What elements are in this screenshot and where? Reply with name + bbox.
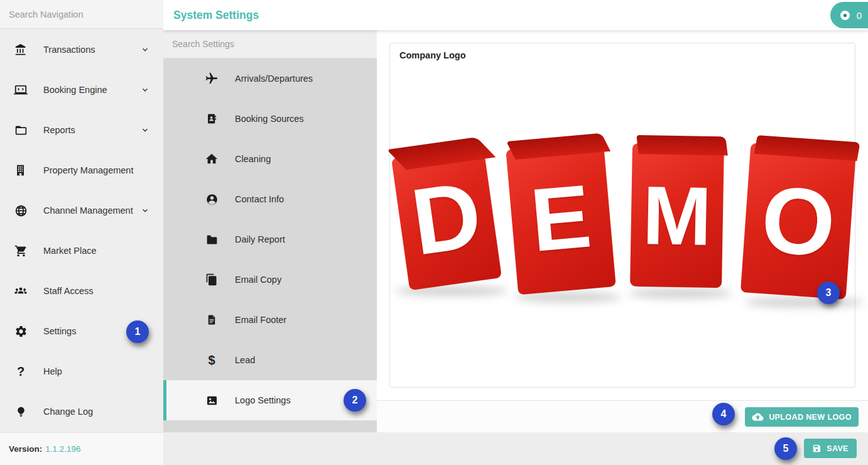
settings-item-label: Email Footer bbox=[235, 315, 286, 325]
notification-counter-chip[interactable]: 0 bbox=[830, 2, 868, 28]
sidebar-item-label: Market Place bbox=[43, 246, 151, 256]
main-content: Company Logo D E M O UPLOAD NEW LOGO bbox=[377, 30, 868, 432]
sidebar-item-label: Property Management bbox=[43, 165, 151, 175]
chevron-down-icon bbox=[141, 85, 151, 94]
demo-cube-e: E bbox=[506, 141, 616, 295]
airplane-icon bbox=[205, 72, 219, 85]
sidebar-item-label: Transactions bbox=[43, 45, 141, 55]
laptop-icon bbox=[14, 83, 28, 97]
copy-icon bbox=[205, 273, 219, 286]
settings-item-label: Arrivals/Departures bbox=[235, 74, 313, 84]
page-title: System Settings bbox=[173, 9, 259, 22]
save-button-label: SAVE bbox=[827, 444, 849, 453]
bank-icon bbox=[14, 43, 28, 57]
annotation-badge-1: 1 bbox=[126, 320, 149, 343]
settings-list: Arrivals/Departures Booking Sources Clea… bbox=[163, 58, 377, 420]
settings-item-label: Contact Info bbox=[235, 194, 284, 204]
sidebar-item-label: Channel Management bbox=[43, 205, 141, 216]
version-value: 1.1.2.196 bbox=[45, 444, 80, 454]
chevron-down-icon bbox=[141, 206, 151, 215]
save-button[interactable]: SAVE bbox=[804, 439, 857, 458]
sidebar-item-reports[interactable]: Reports bbox=[0, 110, 163, 150]
company-logo-card: Company Logo D E M O bbox=[389, 43, 855, 388]
annotation-badge-4: 4 bbox=[712, 403, 735, 425]
sidebar-item-booking-engine[interactable]: Booking Engine bbox=[0, 70, 163, 110]
app-window: Transactions Booking Engine Reports bbox=[0, 0, 868, 465]
upload-button-label: UPLOAD NEW LOGO bbox=[769, 413, 852, 422]
settings-item-label: Cleaning bbox=[235, 154, 271, 164]
sidebar: Transactions Booking Engine Reports bbox=[0, 0, 163, 465]
sidebar-item-label: Change Log bbox=[43, 407, 151, 417]
annotation-badge-2: 2 bbox=[344, 389, 366, 412]
cube-shadow bbox=[629, 288, 732, 298]
folder-icon bbox=[205, 233, 219, 246]
counter-value: 0 bbox=[857, 10, 862, 21]
question-icon: ? bbox=[14, 365, 28, 378]
sidebar-item-label: Staff Access bbox=[43, 286, 151, 296]
building-icon bbox=[14, 164, 28, 177]
save-icon bbox=[812, 444, 822, 453]
settings-item-booking-sources[interactable]: Booking Sources bbox=[163, 99, 377, 139]
sidebar-item-help[interactable]: ? Help bbox=[0, 351, 163, 391]
card-title: Company Logo bbox=[390, 43, 855, 67]
settings-item-email-copy[interactable]: Email Copy bbox=[163, 260, 377, 300]
sidebar-item-channel-management[interactable]: Channel Management bbox=[0, 190, 163, 231]
globe-icon bbox=[14, 204, 28, 217]
sidebar-item-transactions[interactable]: Transactions bbox=[0, 30, 163, 70]
search-navigation-input[interactable] bbox=[0, 0, 163, 29]
settings-item-contact-info[interactable]: Contact Info bbox=[163, 179, 377, 219]
chevron-down-icon bbox=[141, 126, 151, 134]
image-icon bbox=[205, 395, 219, 407]
settings-item-label: Booking Sources bbox=[235, 114, 304, 124]
top-header: System Settings 0 bbox=[163, 0, 868, 30]
settings-item-label: Email Copy bbox=[235, 275, 281, 285]
people-icon bbox=[14, 284, 28, 298]
search-settings-input[interactable] bbox=[163, 30, 377, 58]
sidebar-item-change-log[interactable]: Change Log bbox=[0, 391, 163, 432]
person-circle-icon bbox=[205, 193, 219, 206]
upload-row: UPLOAD NEW LOGO bbox=[377, 400, 868, 432]
sidebar-item-label: Reports bbox=[43, 125, 141, 135]
dollar-icon: $ bbox=[205, 354, 219, 366]
circle-dot-icon bbox=[838, 9, 852, 22]
settings-item-label: Daily Report bbox=[235, 234, 285, 244]
contacts-icon bbox=[205, 112, 219, 125]
sidebar-item-label: Help bbox=[43, 366, 151, 376]
sidebar-item-market-place[interactable]: Market Place bbox=[0, 231, 163, 271]
annotation-badge-5: 5 bbox=[774, 437, 797, 460]
footer-bar: SAVE bbox=[163, 432, 868, 465]
settings-item-cleaning[interactable]: Cleaning bbox=[163, 139, 377, 179]
demo-cube-m: M bbox=[630, 143, 724, 288]
settings-item-label: Logo Settings bbox=[235, 395, 291, 405]
sidebar-item-label: Booking Engine bbox=[43, 85, 141, 95]
version-bar: Version: 1.1.2.196 bbox=[0, 432, 163, 465]
cart-icon bbox=[14, 244, 28, 258]
version-label: Version: bbox=[9, 444, 42, 454]
settings-item-daily-report[interactable]: Daily Report bbox=[163, 219, 377, 260]
cloud-upload-icon bbox=[752, 412, 764, 422]
sidebar-item-staff-access[interactable]: Staff Access bbox=[0, 271, 163, 311]
sidebar-nav-list: Transactions Booking Engine Reports bbox=[0, 30, 163, 432]
demo-cube-o: O bbox=[741, 143, 856, 299]
annotation-badge-3: 3 bbox=[817, 282, 840, 304]
settings-nav-panel: Arrivals/Departures Booking Sources Clea… bbox=[163, 30, 377, 432]
settings-item-email-footer[interactable]: Email Footer bbox=[163, 300, 377, 340]
chevron-down-icon bbox=[141, 45, 151, 54]
bulb-icon bbox=[14, 405, 28, 418]
settings-item-arrivals-departures[interactable]: Arrivals/Departures bbox=[163, 58, 377, 99]
settings-item-label: Lead bbox=[235, 355, 255, 365]
demo-cube-d: D bbox=[391, 146, 502, 291]
company-logo-image: D E M O bbox=[395, 138, 851, 345]
gear-icon bbox=[14, 325, 28, 338]
document-icon bbox=[205, 314, 219, 326]
upload-new-logo-button[interactable]: UPLOAD NEW LOGO bbox=[745, 407, 859, 427]
home-icon bbox=[205, 152, 219, 166]
settings-item-lead[interactable]: $ Lead bbox=[163, 340, 377, 380]
cube-shadow bbox=[744, 297, 864, 307]
sidebar-item-property-management[interactable]: Property Management bbox=[0, 150, 163, 190]
folder-open-icon bbox=[14, 124, 28, 137]
